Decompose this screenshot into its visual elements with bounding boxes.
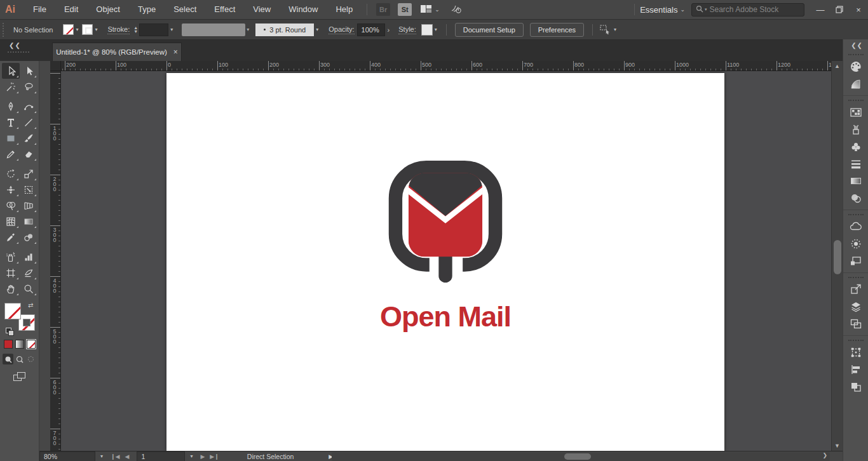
workspace-switcher[interactable]: Essentials [640,5,677,15]
preferences-button[interactable]: Preferences [530,23,584,37]
fill-color-swatch[interactable] [63,24,74,35]
chevron-down-icon[interactable]: ▾ [95,27,97,32]
hand-tool[interactable] [2,281,20,297]
stroke-weight-stepper[interactable]: ▲▼ [133,26,138,34]
width-tool[interactable] [2,182,20,197]
panel-grip[interactable] [848,214,864,215]
menu-help[interactable]: Help [327,0,362,19]
lasso-tool[interactable] [20,79,37,95]
panel-grip[interactable] [3,23,6,37]
transform-panel-icon[interactable] [846,344,865,361]
panel-grip[interactable] [848,340,864,341]
shape-builder-tool[interactable] [2,197,20,213]
menu-file[interactable]: File [24,0,55,19]
curvature-tool[interactable] [20,98,37,114]
shaper-tool[interactable] [2,146,20,162]
align-panel-icon[interactable] [846,361,865,378]
scroll-down-icon[interactable]: ▼ [832,443,843,449]
next-artboard-icon[interactable]: ▶ [200,453,205,460]
mesh-tool[interactable] [2,213,20,229]
paintbrush-tool[interactable] [20,130,37,146]
artboard-tool[interactable] [2,265,20,281]
symbols-panel-icon[interactable] [846,138,865,155]
toolbar-grip[interactable] [8,51,29,53]
canvas-viewport[interactable]: Open Mail [61,71,831,451]
close-tab-icon[interactable]: × [173,48,178,57]
asset-export-panel-icon[interactable] [846,281,865,298]
draw-behind-icon[interactable] [14,354,25,364]
chevron-down-icon[interactable]: ▾ [435,27,437,32]
opacity-field[interactable]: 100% [357,23,385,36]
last-artboard-icon[interactable]: ▶❙ [210,453,219,460]
fill-swatch[interactable] [4,303,21,319]
style-label[interactable]: Style: [398,25,416,34]
document-tab[interactable]: Untitled-1* @ 80% (RGB/Preview) × [52,43,182,61]
free-transform-tool[interactable] [20,182,37,197]
vertical-scrollbar[interactable]: ▲ ▼ [831,61,843,451]
symbol-sprayer-tool[interactable] [2,249,20,265]
color-themes-panel-icon[interactable] [846,235,865,252]
color-panel-icon[interactable] [846,58,865,75]
pen-tool[interactable] [2,98,20,114]
panel-grip[interactable] [848,54,864,55]
chevron-right-icon[interactable]: › [388,26,390,34]
none-button[interactable] [27,340,36,349]
chevron-down-icon[interactable]: ▾ [316,27,318,32]
direct-selection-tool[interactable] [20,63,37,79]
stroke-color-swatch[interactable] [82,24,93,35]
zoom-tool[interactable] [20,281,37,297]
swap-fill-stroke-icon[interactable]: ⇄ [28,302,33,309]
artboard-dropdown-icon[interactable]: ▾ [185,453,198,459]
scroll-up-icon[interactable]: ▲ [832,63,843,69]
artboards-panel-icon[interactable] [846,315,865,332]
eraser-tool[interactable] [20,146,37,162]
artboard-number-field[interactable]: 1 [137,451,185,461]
column-graph-tool[interactable] [20,249,37,265]
magic-wand-tool[interactable] [2,79,20,95]
style-swatch[interactable] [421,24,433,36]
menu-type[interactable]: Type [129,0,165,19]
menu-select[interactable]: Select [165,0,205,19]
default-fill-stroke-icon[interactable] [6,328,11,333]
stroke-panel-icon[interactable] [846,155,865,172]
document-setup-button[interactable]: Document Setup [455,23,524,37]
cc-libraries-panel-icon[interactable] [846,218,865,235]
screen-mode-icon[interactable] [13,372,26,382]
eyedropper-tool[interactable] [2,229,20,245]
artboard[interactable]: Open Mail [166,73,724,451]
blend-tool[interactable] [20,229,37,245]
zoom-field[interactable]: 80% [39,451,95,461]
selection-tool[interactable] [2,63,20,79]
arrange-documents-icon[interactable] [421,4,432,15]
stroke-weight-field[interactable] [139,23,168,36]
menu-view[interactable]: View [244,0,280,19]
rotate-tool[interactable] [2,166,20,182]
menu-effect[interactable]: Effect [205,0,244,19]
chevron-down-icon[interactable]: ▾ [170,27,173,32]
menu-edit[interactable]: Edit [55,0,87,19]
stock-search[interactable]: ▾ [691,3,804,17]
brushes-panel-icon[interactable] [846,121,865,138]
stroke-weight-label[interactable]: Stroke: [107,25,130,34]
rectangle-tool[interactable] [2,130,20,146]
ruler-corner[interactable] [50,61,61,71]
restore-button[interactable] [830,2,849,17]
bridge-button[interactable]: Br [376,3,390,16]
stock-button[interactable]: St [398,3,412,16]
panel-grip[interactable] [848,277,864,278]
draw-normal-icon[interactable] [3,354,13,364]
scroll-right-icon[interactable]: ❯ [822,452,827,458]
slice-tool[interactable] [20,265,37,281]
zoom-dropdown-icon[interactable]: ▾ [95,453,108,459]
links-panel-icon[interactable] [846,252,865,269]
gradient-button[interactable] [15,340,24,349]
color-guide-panel-icon[interactable] [846,75,865,92]
gradient-tool[interactable] [20,213,37,229]
minimize-button[interactable]: — [811,2,830,17]
sync-settings-icon[interactable] [450,3,463,17]
close-button[interactable]: × [849,2,868,17]
color-button[interactable] [4,340,13,349]
perspective-grid-tool[interactable] [20,197,37,213]
search-input[interactable] [710,5,792,14]
collapse-toolbar-icon[interactable]: ❮❮ [9,42,21,49]
